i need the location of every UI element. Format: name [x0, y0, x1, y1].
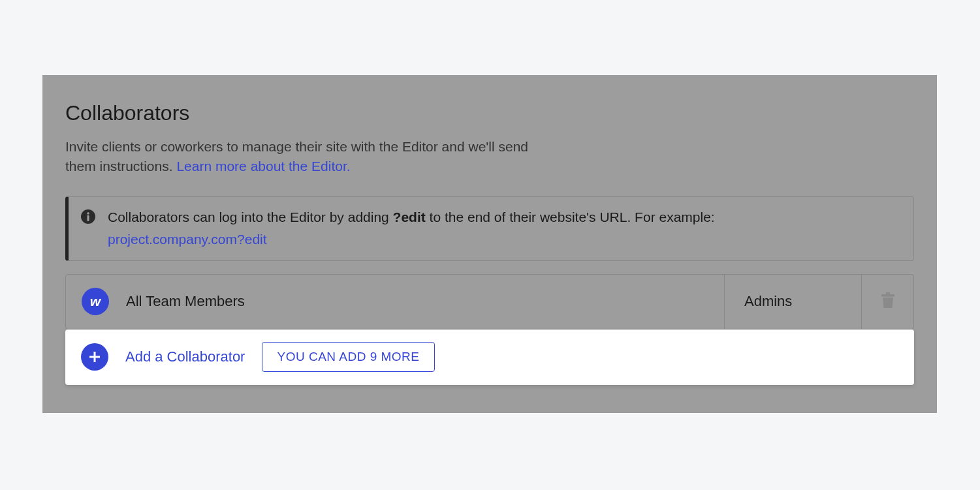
section-title: Collaborators — [65, 101, 937, 125]
add-collab-label: Add a Collaborator — [125, 348, 245, 365]
section-description: Invite clients or coworkers to manage th… — [65, 137, 561, 177]
info-icon — [80, 209, 96, 227]
collab-role-cell[interactable]: Admins — [724, 275, 861, 329]
svg-rect-2 — [87, 215, 89, 221]
plus-icon — [81, 343, 108, 371]
remaining-badge: YOU CAN ADD 9 MORE — [262, 342, 434, 372]
info-text-before: Collaborators can log into the Editor by… — [108, 209, 393, 224]
info-example-link[interactable]: project.company.com?edit — [108, 230, 267, 249]
learn-more-link[interactable]: Learn more about the Editor. — [176, 159, 350, 174]
svg-point-1 — [87, 212, 89, 215]
collaborators-panel: Collaborators Invite clients or coworker… — [42, 75, 937, 413]
svg-rect-6 — [89, 356, 100, 358]
add-collab-row[interactable]: Add a Collaborator YOU CAN ADD 9 MORE — [65, 329, 914, 385]
collab-role-label: Admins — [744, 293, 792, 310]
info-callout: Collaborators can log into the Editor by… — [65, 196, 914, 261]
info-text-bold: ?edit — [393, 209, 426, 224]
trash-icon — [881, 292, 895, 311]
delete-collab-button[interactable] — [861, 275, 913, 329]
collab-name: All Team Members — [126, 293, 245, 310]
info-text-after: to the end of their website's URL. For e… — [426, 209, 715, 224]
info-text: Collaborators can log into the Editor by… — [108, 207, 715, 250]
collab-row: w All Team Members Admins — [65, 274, 914, 329]
avatar-letter: w — [90, 294, 101, 309]
collab-main: w All Team Members — [66, 275, 724, 329]
team-avatar: w — [82, 288, 109, 315]
svg-rect-4 — [886, 292, 890, 294]
svg-rect-3 — [881, 294, 894, 297]
